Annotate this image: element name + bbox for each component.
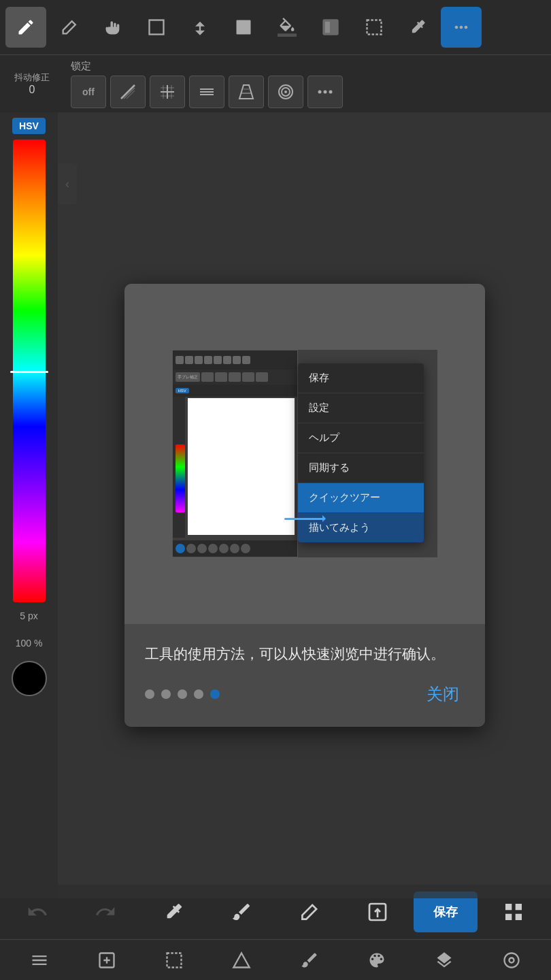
select-rect-btn[interactable] [136, 7, 177, 48]
lock-perspective-btn[interactable] [229, 76, 264, 108]
eyedropper-tool-btn[interactable] [397, 7, 438, 48]
more-tools-btn[interactable] [441, 7, 482, 48]
inner-nav-7 [241, 544, 250, 553]
inner-tool-6 [223, 356, 231, 364]
svg-rect-29 [167, 953, 182, 967]
inner-stab-label: 手ブレ補正 [176, 372, 200, 382]
lock-grid-btn[interactable] [150, 76, 185, 108]
inner-screenshot: 手ブレ補正 HSV [172, 350, 437, 557]
top-toolbar [0, 0, 551, 54]
inner-color-strip [176, 444, 185, 512]
smudge-tool-btn[interactable] [310, 7, 351, 48]
modal-footer: 关闭 [145, 681, 465, 713]
menu-item-settings: 設定 [298, 393, 424, 423]
pencil-tool-btn[interactable] [5, 7, 46, 48]
shape-nav-btn[interactable] [211, 944, 273, 977]
size-label: 5 px [20, 610, 37, 621]
inner-tool-7 [233, 356, 241, 364]
inner-stab-icon-4 [242, 372, 254, 382]
svg-marker-17 [239, 85, 253, 99]
eraser-tool-btn[interactable] [49, 7, 90, 48]
inner-tool-2 [185, 356, 193, 364]
inner-tool-5 [214, 356, 222, 364]
modal-card: 手ブレ補正 HSV [124, 284, 485, 728]
menu-nav-btn[interactable] [8, 944, 70, 977]
inner-app-panel: 手ブレ補正 HSV [172, 350, 298, 557]
dot-3 [178, 689, 187, 699]
inner-hsv-tab: HSV [176, 388, 189, 393]
inner-nav-3 [197, 544, 207, 553]
menu-item-quicktour: クイックツアー [298, 483, 424, 513]
lock-off-btn[interactable]: off [71, 76, 106, 108]
stabilizer-label: 抖动修正 0 [8, 71, 56, 96]
svg-rect-0 [150, 20, 164, 35]
svg-rect-3 [325, 22, 330, 33]
edit-nav-btn[interactable] [76, 944, 137, 977]
svg-point-22 [284, 91, 287, 93]
left-sidebar: HSV 5 px 100 % [0, 112, 58, 898]
bottom-nav [0, 939, 551, 980]
inner-menu-panel: 保存 設定 ヘルプ 同期する クイックツアー 描いてみよう [298, 350, 437, 557]
lock-diagonal-btn[interactable] [110, 76, 146, 108]
inner-hsv-row: HSV [173, 385, 297, 397]
color-swatch[interactable] [12, 661, 47, 696]
color-marker [10, 371, 48, 373]
hand-tool-btn[interactable] [93, 7, 133, 48]
airbrush-nav-btn[interactable] [278, 944, 340, 977]
menu-item-save: 保存 [298, 363, 424, 393]
inner-toolbar [173, 350, 297, 370]
inner-nav-1 [176, 544, 185, 553]
fill-tool-btn[interactable] [223, 7, 264, 48]
palette-nav-btn[interactable] [346, 944, 407, 977]
inner-dropdown-menu: 保存 設定 ヘルプ 同期する クイックツアー 描いてみよう [298, 363, 424, 542]
dot-5 [210, 689, 220, 699]
lock-more-btn[interactable] [307, 76, 343, 108]
camera-nav-btn[interactable] [481, 944, 543, 977]
inner-stab-row: 手ブレ補正 [173, 370, 297, 385]
lock-section: 锁定 off [71, 60, 343, 108]
svg-point-23 [318, 90, 322, 93]
menu-item-help: ヘルプ [298, 423, 424, 453]
inner-bottom-bar [173, 540, 297, 557]
selection-tool-btn[interactable] [354, 7, 395, 48]
select-nav-btn[interactable] [144, 944, 205, 977]
color-strip[interactable] [13, 140, 46, 602]
inner-tool-1 [176, 356, 184, 364]
inner-tool-3 [195, 356, 203, 364]
inner-arrow [284, 518, 325, 520]
bucket-tool-btn[interactable] [267, 7, 307, 48]
inner-nav-6 [230, 544, 239, 553]
move-tool-btn[interactable] [180, 7, 220, 48]
lock-horizontal-btn[interactable] [189, 76, 224, 108]
modal-overlay: 手ブレ補正 HSV [58, 112, 551, 898]
svg-marker-30 [234, 953, 250, 967]
dot-indicators [145, 689, 220, 699]
modal-description: 工具的使用方法，可以从快速浏览中进行确认。 [145, 643, 465, 665]
dot-1 [145, 689, 154, 699]
svg-rect-4 [367, 20, 382, 35]
dot-4 [194, 689, 203, 699]
inner-nav-2 [186, 544, 196, 553]
inner-stab-icon-1 [201, 372, 214, 382]
close-button[interactable]: 关闭 [421, 681, 465, 708]
dot-2 [161, 689, 171, 699]
hsv-tab[interactable]: HSV [12, 118, 46, 134]
layers-nav-btn[interactable] [414, 944, 475, 977]
inner-stab-icon-2 [215, 372, 227, 382]
stabilizer-row: 抖动修正 0 锁定 off [0, 54, 551, 112]
modal-body: 工具的使用方法，可以从快速浏览中进行确认。 关闭 [124, 624, 485, 728]
inner-tool-4 [204, 356, 212, 364]
lock-concentric-btn[interactable] [268, 76, 303, 108]
lock-icons: off [71, 76, 343, 108]
inner-stab-icon-3 [229, 372, 241, 382]
opacity-label: 100 % [16, 638, 43, 649]
inner-nav-5 [219, 544, 229, 553]
svg-point-24 [324, 90, 327, 93]
modal-preview: 手ブレ補正 HSV [124, 284, 485, 624]
inner-canvas [188, 398, 295, 535]
svg-rect-1 [237, 20, 251, 35]
inner-stab-icon-5 [256, 372, 268, 382]
inner-tool-8 [242, 356, 250, 364]
inner-nav-4 [208, 544, 218, 553]
svg-point-25 [329, 90, 333, 93]
